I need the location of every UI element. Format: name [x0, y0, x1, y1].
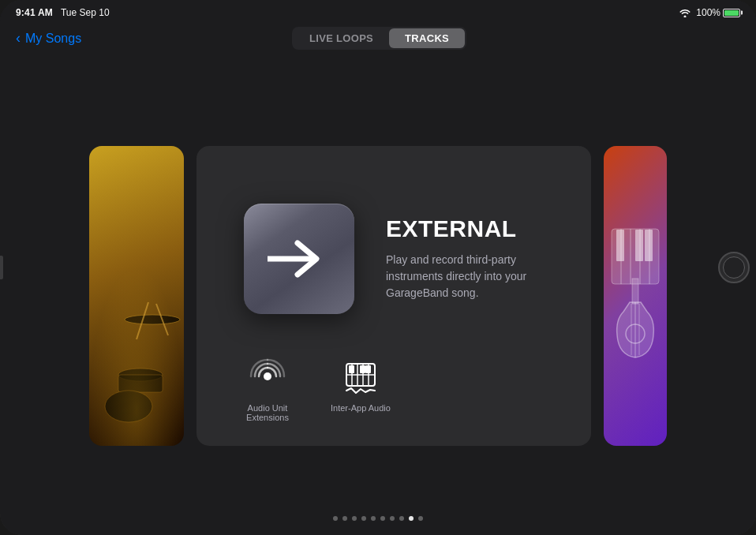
external-arrow-icon	[244, 204, 354, 314]
wifi-icon	[679, 8, 691, 17]
svg-rect-23	[635, 230, 643, 261]
arrow-right-icon	[268, 237, 331, 281]
svg-point-7	[264, 372, 271, 380]
svg-rect-14	[349, 365, 354, 373]
tab-tracks[interactable]: TRACKS	[389, 28, 465, 48]
audio-unit-label: Audio Unit Extensions	[236, 403, 299, 422]
tab-live-loops[interactable]: LIVE LOOPS	[294, 28, 389, 48]
svg-rect-22	[616, 230, 624, 261]
card-external[interactable]: EXTERNAL Play and record third-party ins…	[196, 146, 591, 446]
svg-rect-29	[632, 279, 638, 304]
content-area: EXTERNAL Play and record third-party ins…	[0, 56, 756, 535]
audio-unit-extensions-icon	[247, 356, 288, 397]
external-text-area: EXTERNAL Play and record third-party ins…	[386, 215, 544, 301]
inter-app-audio-label: Inter-App Audio	[331, 403, 391, 413]
page-dot-9	[409, 516, 414, 521]
nav-bar: ‹ My Songs LIVE LOOPS TRACKS	[0, 24, 756, 56]
battery-container: 100%	[696, 7, 740, 18]
svg-rect-15	[360, 365, 365, 373]
card-right-bg	[604, 146, 667, 446]
card-bottom-icons: Audio Unit Extensions	[220, 356, 567, 422]
svg-rect-24	[645, 230, 653, 261]
page-dot-5	[371, 516, 376, 521]
status-time: 9:41 AM	[16, 7, 53, 18]
status-bar: 9:41 AM Tue Sep 10 100%	[0, 0, 756, 24]
keyboard-guitar-icon	[608, 217, 663, 375]
svg-rect-16	[365, 365, 371, 373]
status-date: Tue Sep 10	[61, 7, 110, 18]
segment-control: LIVE LOOPS TRACKS	[292, 27, 466, 50]
status-left: 9:41 AM Tue Sep 10	[16, 7, 110, 18]
battery-percentage: 100%	[696, 7, 720, 18]
audio-unit-extensions-item[interactable]: Audio Unit Extensions	[236, 356, 299, 422]
inter-app-audio-icon	[340, 356, 381, 397]
external-top: EXTERNAL Play and record third-party ins…	[244, 178, 544, 340]
page-dots	[333, 516, 423, 521]
card-keyboard-guitar[interactable]	[604, 146, 667, 446]
ipad-frame: 9:41 AM Tue Sep 10 100%	[0, 0, 756, 535]
back-chevron-icon: ‹	[16, 30, 21, 47]
page-dot-2	[342, 516, 347, 521]
screen: 9:41 AM Tue Sep 10 100%	[0, 0, 756, 535]
inter-app-audio-item[interactable]: Inter-App Audio	[331, 356, 391, 422]
status-right: 100%	[679, 7, 740, 18]
back-button[interactable]: ‹ My Songs	[16, 30, 81, 47]
external-description: Play and record third-party instruments …	[386, 252, 544, 301]
page-dot-6	[380, 516, 385, 521]
page-dot-8	[399, 516, 404, 521]
page-dot-1	[333, 516, 338, 521]
card-drums-bg	[89, 146, 184, 446]
cards-container: EXTERNAL Play and record third-party ins…	[0, 56, 756, 535]
page-dot-3	[352, 516, 357, 521]
page-dot-7	[390, 516, 395, 521]
battery-icon	[723, 9, 740, 17]
battery-fill	[724, 10, 739, 16]
card-drums[interactable]	[89, 146, 184, 446]
page-dot-4	[361, 516, 366, 521]
back-label: My Songs	[25, 32, 81, 46]
page-dot-10	[418, 516, 423, 521]
external-title: EXTERNAL	[386, 215, 517, 242]
